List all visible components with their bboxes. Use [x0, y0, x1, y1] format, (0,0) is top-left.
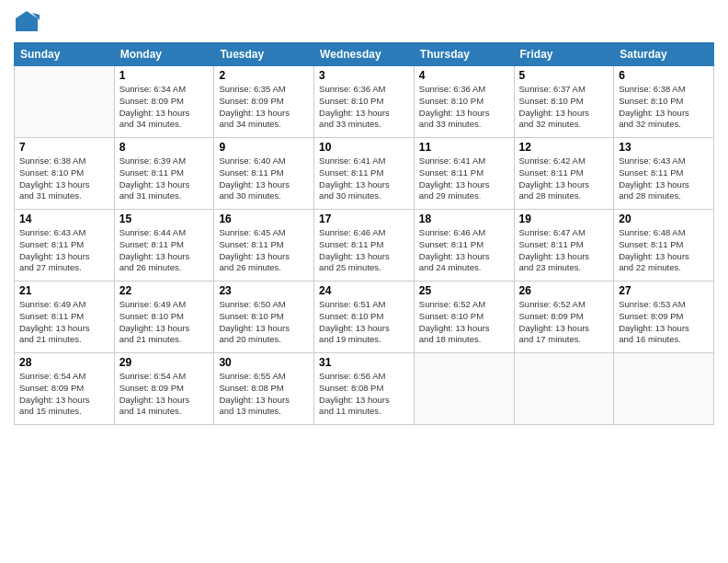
calendar-cell — [15, 66, 115, 138]
calendar-cell: 2Sunrise: 6:35 AMSunset: 8:09 PMDaylight… — [214, 66, 314, 138]
calendar-cell: 7Sunrise: 6:38 AMSunset: 8:10 PMDaylight… — [15, 138, 115, 210]
day-info: Sunrise: 6:38 AMSunset: 8:10 PMDaylight:… — [619, 84, 709, 131]
calendar-cell — [414, 353, 514, 425]
day-info: Sunrise: 6:56 AMSunset: 8:08 PMDaylight:… — [319, 371, 409, 418]
day-number: 3 — [319, 69, 409, 82]
day-info: Sunrise: 6:43 AMSunset: 8:11 PMDaylight:… — [19, 227, 109, 274]
day-info: Sunrise: 6:43 AMSunset: 8:11 PMDaylight:… — [619, 155, 709, 202]
day-number: 2 — [219, 69, 309, 82]
calendar-cell: 12Sunrise: 6:42 AMSunset: 8:11 PMDayligh… — [514, 138, 614, 210]
day-info: Sunrise: 6:37 AMSunset: 8:10 PMDaylight:… — [519, 84, 609, 131]
day-number: 9 — [219, 141, 309, 154]
calendar-cell — [514, 353, 614, 425]
day-number: 22 — [119, 284, 210, 297]
calendar-header-friday: Friday — [514, 43, 614, 66]
day-info: Sunrise: 6:49 AMSunset: 8:10 PMDaylight:… — [119, 299, 210, 346]
day-info: Sunrise: 6:42 AMSunset: 8:11 PMDaylight:… — [519, 155, 609, 202]
day-info: Sunrise: 6:54 AMSunset: 8:09 PMDaylight:… — [19, 371, 109, 418]
day-number: 25 — [419, 284, 509, 297]
day-info: Sunrise: 6:49 AMSunset: 8:11 PMDaylight:… — [19, 299, 109, 346]
day-info: Sunrise: 6:46 AMSunset: 8:11 PMDaylight:… — [419, 227, 509, 274]
logo-icon — [14, 9, 40, 35]
calendar-header-wednesday: Wednesday — [314, 43, 415, 66]
day-number: 21 — [19, 284, 109, 297]
calendar-cell: 10Sunrise: 6:41 AMSunset: 8:11 PMDayligh… — [314, 138, 415, 210]
calendar-cell: 3Sunrise: 6:36 AMSunset: 8:10 PMDaylight… — [314, 66, 415, 138]
day-info: Sunrise: 6:34 AMSunset: 8:09 PMDaylight:… — [119, 84, 210, 131]
calendar-week-1: 1Sunrise: 6:34 AMSunset: 8:09 PMDaylight… — [15, 66, 714, 138]
calendar-cell: 25Sunrise: 6:52 AMSunset: 8:10 PMDayligh… — [414, 282, 514, 353]
day-info: Sunrise: 6:55 AMSunset: 8:08 PMDaylight:… — [219, 371, 309, 418]
day-info: Sunrise: 6:48 AMSunset: 8:11 PMDaylight:… — [619, 227, 709, 274]
calendar-week-2: 7Sunrise: 6:38 AMSunset: 8:10 PMDaylight… — [15, 138, 714, 210]
day-info: Sunrise: 6:44 AMSunset: 8:11 PMDaylight:… — [119, 227, 210, 274]
calendar-cell: 24Sunrise: 6:51 AMSunset: 8:10 PMDayligh… — [314, 282, 415, 353]
day-number: 4 — [419, 69, 509, 82]
day-number: 17 — [319, 213, 409, 225]
day-info: Sunrise: 6:52 AMSunset: 8:10 PMDaylight:… — [419, 299, 509, 346]
day-number: 7 — [19, 141, 109, 154]
day-info: Sunrise: 6:45 AMSunset: 8:11 PMDaylight:… — [219, 227, 309, 274]
day-info: Sunrise: 6:52 AMSunset: 8:09 PMDaylight:… — [519, 299, 609, 346]
day-number: 24 — [319, 284, 409, 297]
day-number: 30 — [219, 356, 309, 369]
calendar-cell: 26Sunrise: 6:52 AMSunset: 8:09 PMDayligh… — [514, 282, 614, 353]
day-info: Sunrise: 6:51 AMSunset: 8:10 PMDaylight:… — [319, 299, 409, 346]
calendar-cell — [614, 353, 714, 425]
day-number: 10 — [319, 141, 409, 154]
day-number: 1 — [119, 69, 210, 82]
day-number: 20 — [619, 213, 709, 225]
calendar-cell: 6Sunrise: 6:38 AMSunset: 8:10 PMDaylight… — [614, 66, 714, 138]
calendar-cell: 23Sunrise: 6:50 AMSunset: 8:10 PMDayligh… — [214, 282, 314, 353]
calendar-cell: 30Sunrise: 6:55 AMSunset: 8:08 PMDayligh… — [214, 353, 314, 425]
calendar-cell: 8Sunrise: 6:39 AMSunset: 8:11 PMDaylight… — [114, 138, 214, 210]
day-info: Sunrise: 6:38 AMSunset: 8:10 PMDaylight:… — [19, 155, 109, 202]
day-info: Sunrise: 6:41 AMSunset: 8:11 PMDaylight:… — [419, 155, 509, 202]
calendar-cell: 9Sunrise: 6:40 AMSunset: 8:11 PMDaylight… — [214, 138, 314, 210]
day-number: 23 — [219, 284, 309, 297]
day-number: 31 — [319, 356, 409, 369]
day-number: 8 — [119, 141, 210, 154]
calendar-cell: 21Sunrise: 6:49 AMSunset: 8:11 PMDayligh… — [15, 282, 115, 353]
day-info: Sunrise: 6:50 AMSunset: 8:10 PMDaylight:… — [219, 299, 309, 346]
calendar-cell: 31Sunrise: 6:56 AMSunset: 8:08 PMDayligh… — [314, 353, 415, 425]
calendar-cell: 18Sunrise: 6:46 AMSunset: 8:11 PMDayligh… — [414, 210, 514, 282]
day-number: 19 — [519, 213, 609, 225]
day-info: Sunrise: 6:54 AMSunset: 8:09 PMDaylight:… — [119, 371, 210, 418]
day-info: Sunrise: 6:47 AMSunset: 8:11 PMDaylight:… — [519, 227, 609, 274]
day-number: 14 — [19, 213, 109, 225]
calendar-week-5: 28Sunrise: 6:54 AMSunset: 8:09 PMDayligh… — [15, 353, 714, 425]
day-info: Sunrise: 6:53 AMSunset: 8:09 PMDaylight:… — [619, 299, 709, 346]
calendar-cell: 20Sunrise: 6:48 AMSunset: 8:11 PMDayligh… — [614, 210, 714, 282]
calendar-header-sunday: Sunday — [15, 43, 115, 66]
calendar-cell: 22Sunrise: 6:49 AMSunset: 8:10 PMDayligh… — [114, 282, 214, 353]
calendar-cell: 4Sunrise: 6:36 AMSunset: 8:10 PMDaylight… — [414, 66, 514, 138]
calendar-week-4: 21Sunrise: 6:49 AMSunset: 8:11 PMDayligh… — [15, 282, 714, 353]
day-number: 28 — [19, 356, 109, 369]
day-number: 16 — [219, 213, 309, 225]
day-number: 12 — [519, 141, 609, 154]
calendar-header-saturday: Saturday — [614, 43, 714, 66]
calendar-cell: 17Sunrise: 6:46 AMSunset: 8:11 PMDayligh… — [314, 210, 415, 282]
day-number: 5 — [519, 69, 609, 82]
day-number: 29 — [119, 356, 210, 369]
day-info: Sunrise: 6:36 AMSunset: 8:10 PMDaylight:… — [319, 84, 409, 131]
calendar-cell: 5Sunrise: 6:37 AMSunset: 8:10 PMDaylight… — [514, 66, 614, 138]
calendar-week-3: 14Sunrise: 6:43 AMSunset: 8:11 PMDayligh… — [15, 210, 714, 282]
header — [14, 9, 714, 35]
logo — [14, 9, 43, 35]
calendar-cell: 15Sunrise: 6:44 AMSunset: 8:11 PMDayligh… — [114, 210, 214, 282]
day-info: Sunrise: 6:39 AMSunset: 8:11 PMDaylight:… — [119, 155, 210, 202]
day-number: 27 — [619, 284, 709, 297]
day-number: 13 — [619, 141, 709, 154]
calendar-header-row: SundayMondayTuesdayWednesdayThursdayFrid… — [15, 43, 714, 66]
day-info: Sunrise: 6:35 AMSunset: 8:09 PMDaylight:… — [219, 84, 309, 131]
calendar-cell: 14Sunrise: 6:43 AMSunset: 8:11 PMDayligh… — [15, 210, 115, 282]
calendar-cell: 29Sunrise: 6:54 AMSunset: 8:09 PMDayligh… — [114, 353, 214, 425]
calendar-cell: 28Sunrise: 6:54 AMSunset: 8:09 PMDayligh… — [15, 353, 115, 425]
day-info: Sunrise: 6:40 AMSunset: 8:11 PMDaylight:… — [219, 155, 309, 202]
calendar-header-thursday: Thursday — [414, 43, 514, 66]
day-number: 26 — [519, 284, 609, 297]
day-info: Sunrise: 6:41 AMSunset: 8:11 PMDaylight:… — [319, 155, 409, 202]
calendar-header-tuesday: Tuesday — [214, 43, 314, 66]
